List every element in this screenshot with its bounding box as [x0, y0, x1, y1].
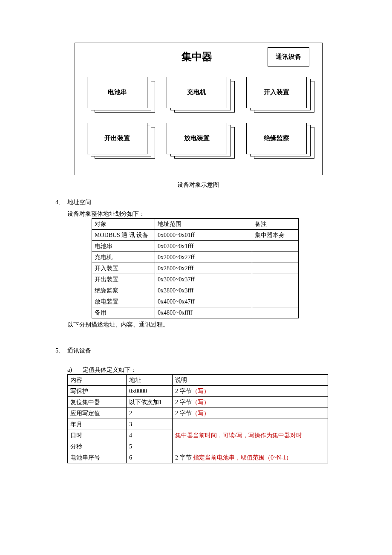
cell-range: 0x2000~0x27ff — [155, 251, 252, 263]
diagram-row-1: 电池串 充电机 开入装置 — [79, 77, 318, 110]
diagram-title: 集中器 — [75, 49, 268, 64]
sub-title: 定值具体定义如下： — [83, 367, 136, 373]
address-space-table: 对象 地址范围 备注 MODBUS 通 讯 设备 0x0000~0x01ff 集… — [92, 218, 299, 318]
box-label: 充电机 — [167, 77, 227, 108]
cell-range: 0x2800~0x2fff — [155, 263, 252, 274]
desc-red: 指定当前电池串，取值范围（0~N-1） — [192, 454, 292, 461]
cell-object: 绝缘监察 — [92, 285, 155, 296]
desc-prefix: 2 字节 — [175, 410, 192, 416]
table-header-row: 对象 地址范围 备注 — [92, 218, 299, 229]
box-label: 放电装置 — [167, 123, 227, 154]
col-header-remark: 备注 — [252, 218, 299, 229]
table-row: 应用写定值 2 2 字节（写） — [68, 408, 328, 419]
cell-remark — [252, 285, 299, 296]
section-4-intro: 设备对象整体地址划分如下： — [67, 209, 337, 218]
cell-content: 分秒 — [68, 441, 127, 452]
cell-content: 应用写定值 — [68, 408, 127, 419]
col-header-address: 地址 — [127, 374, 173, 385]
desc-prefix: 2 字节 — [175, 399, 192, 405]
table-row: 年月 3 集中器当前时间，可读/写，写操作为集中器对时 — [68, 419, 328, 430]
input-device-box: 开入装置 — [246, 77, 310, 110]
table-row: 充电机 0x2000~0x27ff — [92, 251, 299, 263]
insulation-monitor-box: 绝缘监察 — [246, 123, 310, 156]
cell-content: 复位集中器 — [68, 396, 127, 408]
cell-object: 开出装置 — [92, 274, 155, 285]
col-header-desc: 说明 — [173, 374, 328, 385]
cell-object: 备用 — [92, 307, 155, 318]
table-row: 绝缘监察 0x3800~0x3fff — [92, 285, 299, 296]
cell-desc-merged: 集中器当前时间，可读/写，写操作为集中器对时 — [173, 419, 328, 452]
col-header-range: 地址范围 — [155, 218, 252, 229]
cell-remark — [252, 263, 299, 274]
cell-remark — [252, 296, 299, 307]
table-row: MODBUS 通 讯 设备 0x0000~0x01ff 集中器本身 — [92, 229, 299, 240]
output-device-box: 开出装置 — [87, 123, 151, 156]
cell-content: 电池串序号 — [68, 452, 127, 463]
section-title: 通讯设备 — [67, 347, 91, 354]
cell-range: 0x3800~0x3fff — [155, 285, 252, 296]
discharge-device-box: 放电装置 — [167, 123, 231, 156]
table-header-row: 内容 地址 说明 — [68, 374, 328, 385]
cell-address: 以下依次加1 — [127, 396, 173, 408]
cell-range: 0x0200~0x1fff — [155, 240, 252, 251]
cell-remark — [252, 251, 299, 263]
cell-content: 写保护 — [68, 385, 127, 396]
definition-table: 内容 地址 说明 写保护 0x0000 2 字节（写） 复位集中器 以下依次加1… — [67, 374, 328, 463]
table-row: 备用 0x4800~0xffff — [92, 307, 299, 318]
cell-remark — [252, 307, 299, 318]
cell-object: 充电机 — [92, 251, 155, 263]
cell-object: 放电装置 — [92, 296, 155, 307]
table-row: 复位集中器 以下依次加1 2 字节（写） — [68, 396, 328, 408]
diagram-caption: 设备对象示意图 — [75, 180, 322, 189]
cell-address: 0x0000 — [127, 385, 173, 396]
cell-desc: 2 字节 指定当前电池串，取值范围（0~N-1） — [173, 452, 328, 463]
cell-address: 6 — [127, 452, 173, 463]
box-label: 电池串 — [87, 77, 147, 108]
box-label: 开入装置 — [246, 77, 307, 108]
box-label: 绝缘监察 — [246, 123, 307, 154]
cell-remark: 集中器本身 — [252, 229, 299, 240]
desc-prefix: 2 字节 — [175, 388, 192, 394]
cell-desc: 2 字节（写） — [173, 385, 328, 396]
cell-range: 0x4000~0x47ff — [155, 296, 252, 307]
desc-prefix: 2 字节 — [175, 454, 192, 461]
cell-content: 日时 — [68, 430, 127, 441]
section-number: 5、 — [55, 346, 66, 355]
cell-address: 4 — [127, 430, 173, 441]
comm-device-box: 通讯设备 — [268, 47, 309, 66]
cell-desc: 2 字节（写） — [173, 408, 328, 419]
section-4-heading: 4、 地址空间 — [55, 198, 337, 207]
cell-remark — [252, 240, 299, 251]
cell-address: 5 — [127, 441, 173, 452]
table-row: 电池串序号 6 2 字节 指定当前电池串，取值范围（0~N-1） — [68, 452, 328, 463]
section-5-heading: 5、 通讯设备 — [55, 346, 337, 355]
cell-range: 0x4800~0xffff — [155, 307, 252, 318]
desc-red: （写） — [192, 388, 210, 394]
cell-remark — [252, 274, 299, 285]
table-row: 写保护 0x0000 2 字节（写） — [68, 385, 328, 396]
cell-range: 0x0000~0x01ff — [155, 229, 252, 240]
cell-desc: 2 字节（写） — [173, 396, 328, 408]
cell-address: 3 — [127, 419, 173, 430]
section-4-after: 以下分别描述地址、内容、通讯过程。 — [67, 320, 337, 329]
col-header-object: 对象 — [92, 218, 155, 229]
desc-red: （写） — [192, 399, 210, 405]
device-diagram: 集中器 通讯设备 电池串 充电机 开入装置 开出装置 放电装置 绝缘监察 — [75, 43, 323, 175]
desc-red: （写） — [192, 410, 210, 416]
box-label: 开出装置 — [87, 123, 147, 154]
table-row: 电池串 0x0200~0x1fff — [92, 240, 299, 251]
charger-box: 充电机 — [167, 77, 231, 110]
cell-address: 2 — [127, 408, 173, 419]
section-title: 地址空间 — [67, 199, 91, 205]
col-header-content: 内容 — [68, 374, 127, 385]
section-5a-heading: a) 定值具体定义如下： — [67, 365, 337, 374]
cell-range: 0x3000~0x37ff — [155, 274, 252, 285]
table-row: 开出装置 0x3000~0x37ff — [92, 274, 299, 285]
diagram-header: 集中器 通讯设备 — [75, 47, 322, 66]
cell-object: 开入装置 — [92, 263, 155, 274]
table-row: 开入装置 0x2800~0x2fff — [92, 263, 299, 274]
sub-letter: a) — [67, 365, 81, 374]
battery-string-box: 电池串 — [87, 77, 151, 110]
cell-object: MODBUS 通 讯 设备 — [92, 229, 155, 240]
diagram-row-2: 开出装置 放电装置 绝缘监察 — [79, 123, 318, 156]
